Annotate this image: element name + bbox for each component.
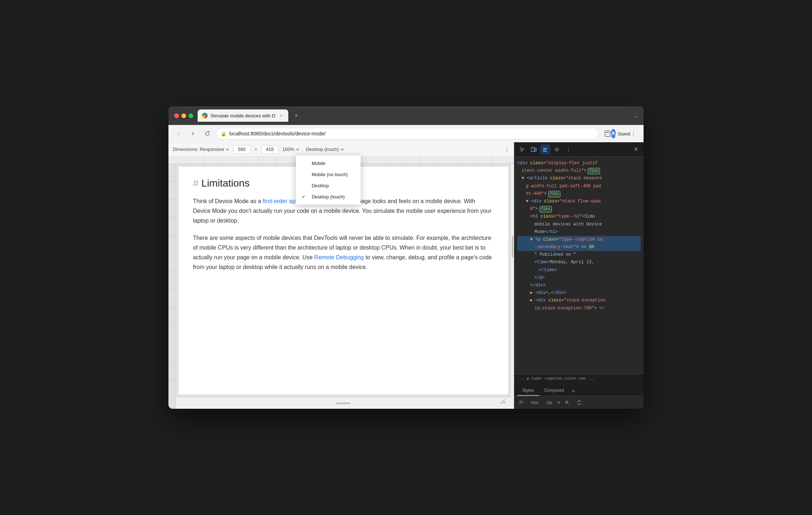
html-line-13: " Published on " [517, 251, 641, 259]
html-line-3: ▼ <article class="stack measure [517, 175, 641, 182]
dropdown-label-desktop: Desktop [312, 183, 329, 188]
remote-debugging-link[interactable]: Remote Debugging [314, 254, 364, 260]
traffic-lights [174, 113, 193, 118]
elements-panel-button[interactable] [540, 144, 550, 154]
close-window-button[interactable] [174, 113, 179, 118]
device-toolbar: Dimensions: Responsive × 100% Desktop (t… [168, 142, 514, 157]
html-line-9: mobile devices with Device [517, 221, 641, 228]
elements-cursor-button[interactable] [517, 144, 527, 154]
nav-bar: 🔒 localhost:8080/docs/devtools/device-mo… [168, 125, 644, 142]
maximize-window-button[interactable] [189, 113, 193, 118]
devtools-close-button[interactable]: ✕ [631, 144, 641, 154]
styles-tabs: Styles Computed » [514, 383, 644, 396]
device-type-label: Desktop (touch) [306, 147, 339, 152]
svg-rect-6 [543, 149, 546, 150]
avatar-button[interactable]: Guest [615, 128, 626, 139]
height-input[interactable] [261, 145, 279, 154]
devtools-panel: ⋮ ✕ <div class="display-flex justif iten… [514, 142, 644, 409]
dropdown-item-mobile-no-touch[interactable]: Mobile (no touch) [296, 169, 361, 180]
svg-rect-0 [605, 131, 610, 136]
new-tab-button[interactable]: + [291, 111, 301, 121]
back-button[interactable] [173, 128, 184, 139]
devtools-toolbar: ⋮ ✕ [514, 142, 644, 157]
user-avatar [611, 129, 616, 138]
html-line-12[interactable]: -secondary-text"> == $0 [517, 243, 641, 251]
width-input[interactable] [233, 145, 251, 154]
dimensions-label: Dimensions: Responsive [173, 147, 224, 152]
html-line-15: </time> [517, 267, 641, 274]
title-bar: Simulate mobile devices with D × + ⌄ [168, 106, 644, 125]
paragraph-2: There are some aspects of mobile devices… [193, 233, 494, 272]
toolbar-more-button[interactable]: ⋮ [504, 146, 510, 153]
cls-button[interactable]: .cls [543, 399, 554, 406]
svg-rect-10 [565, 403, 568, 403]
scroll-handle[interactable] [336, 403, 351, 404]
heading-text: Limitations [202, 178, 250, 189]
svg-rect-7 [543, 151, 547, 152]
html-line-5: ht-400">flex [517, 190, 641, 198]
dimensions-select[interactable]: Dimensions: Responsive [173, 147, 229, 152]
lock-icon: 🔒 [221, 131, 226, 136]
dropdown-label-mobile: Mobile [312, 161, 325, 166]
dropdown-label-desktop-touch: Desktop (touch) [312, 194, 345, 200]
html-tree[interactable]: <div class="display-flex justif itent-ce… [514, 157, 644, 374]
nav-right-controls: Guest ⋮ [602, 128, 639, 139]
device-type-button[interactable]: Desktop (touch) Mobile Mobile (no touch) [303, 145, 347, 153]
html-line-19: ▶ <div class="stack-exception [517, 297, 641, 304]
html-line-14: <time>Monday, April 13, [517, 259, 641, 266]
tabs-more-button[interactable]: » [569, 386, 578, 396]
tab-bar: Simulate mobile devices with D × + ⌄ [198, 109, 638, 122]
html-line-20: lq:stack-exception-700"> </ [517, 305, 641, 312]
scroll-bar[interactable] [511, 164, 514, 409]
reload-button[interactable] [202, 128, 213, 139]
svg-rect-1 [606, 132, 609, 133]
zoom-select[interactable]: 100% [283, 147, 299, 152]
tab-favicon-icon [202, 113, 208, 118]
devtools-more-button[interactable]: ⋮ [563, 144, 573, 154]
dropdown-item-mobile[interactable]: Mobile [296, 158, 361, 169]
hov-button[interactable]: :hov [528, 399, 541, 406]
svg-point-8 [556, 148, 558, 150]
filter-button[interactable]: Fi [517, 399, 525, 406]
device-type-dropdown: Mobile Mobile (no touch) Desktop ✓ D [296, 156, 361, 205]
active-tab[interactable]: Simulate mobile devices with D × [198, 109, 288, 122]
device-mode-button[interactable] [529, 144, 539, 154]
dropdown-label-mobile-no-touch: Mobile (no touch) [312, 172, 348, 177]
svg-rect-5 [543, 148, 547, 149]
minimize-window-button[interactable] [181, 113, 186, 118]
menu-button[interactable]: ⋮ [628, 128, 639, 139]
checkmark-desktop-touch: ✓ [302, 194, 307, 200]
devtools-bottom: ... p.type--caption.color-sec ... Styles… [514, 374, 644, 409]
tab-dropdown-button[interactable]: ⌄ [633, 113, 638, 118]
address-bar[interactable]: 🔒 localhost:8080/docs/devtools/device-mo… [216, 128, 599, 139]
forward-button[interactable] [187, 128, 199, 139]
zoom-value: 100% [283, 147, 294, 152]
device-panel: Dimensions: Responsive × 100% Desktop (t… [168, 142, 514, 409]
html-line-17: </div> [517, 282, 641, 289]
svg-rect-9 [565, 401, 568, 402]
html-line-16: </p> [517, 274, 641, 282]
html-line-4: g width-full pad-left-400 pad [517, 183, 641, 190]
new-style-rule-button[interactable] [563, 398, 572, 407]
breadcrumb[interactable]: ... p.type--caption.color-sec ... [514, 374, 644, 383]
tab-close-button[interactable]: × [278, 113, 284, 118]
dropdown-item-desktop-touch[interactable]: ✓ Desktop (touch) [296, 191, 361, 202]
heading-hash: # [193, 178, 199, 189]
main-area: Dimensions: Responsive × 100% Desktop (t… [168, 142, 644, 409]
tab-computed[interactable]: Computed [539, 386, 569, 396]
html-line-8: <h1 class="type--h2">Simu [517, 213, 641, 220]
add-style-button[interactable]: + [557, 399, 560, 406]
dropdown-item-desktop[interactable]: Desktop [296, 180, 361, 191]
html-line-6: ▼ <div class="stack flow-spac [517, 198, 641, 205]
html-line-18: ▶ <div>…</div> [517, 289, 641, 297]
html-line-11[interactable]: ▼ <p class="type--caption co [517, 236, 641, 243]
svg-rect-3 [531, 148, 534, 152]
scroll-thumb[interactable] [512, 236, 513, 258]
browser-window: Simulate mobile devices with D × + ⌄ 🔒 l… [168, 106, 644, 409]
tab-styles[interactable]: Styles [517, 386, 539, 396]
expand-button[interactable] [575, 398, 583, 407]
settings-button[interactable] [552, 144, 562, 154]
address-text: localhost:8080/docs/devtools/device-mode… [229, 131, 594, 136]
tab-title: Simulate mobile devices with D [211, 113, 275, 118]
html-line-2: itent-center width-full">flex [517, 167, 641, 175]
